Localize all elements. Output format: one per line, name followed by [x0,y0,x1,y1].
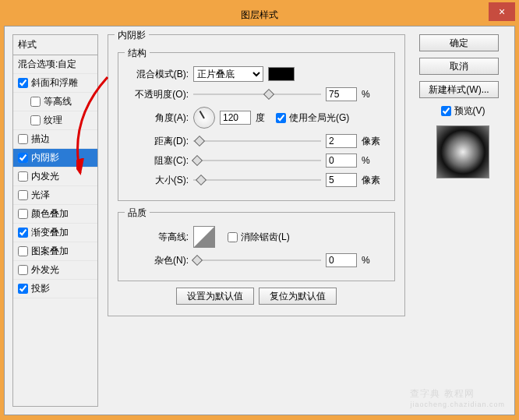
px-unit: 像素 [362,135,385,148]
opacity-input[interactable] [326,87,357,101]
sidebar-item-图案叠加[interactable]: 图案叠加 [13,242,97,261]
sidebar-item-等高线[interactable]: 等高线 [13,93,97,111]
choke-slider[interactable] [193,155,321,166]
choke-label: 阻塞(C): [128,154,189,168]
inner-shadow-panel: 内阴影 结构 混合模式(B): 正片叠底 不透明度(O): % 角度(A): [108,34,405,316]
sidebar-item-颜色叠加[interactable]: 颜色叠加 [13,205,97,224]
px-unit: 像素 [362,174,385,187]
sidebar-item-外发光[interactable]: 外发光 [13,261,97,280]
styles-sidebar: 样式 混合选项:自定 斜面和浮雕等高线纹理描边内阴影内发光光泽颜色叠加渐变叠加图… [12,34,98,407]
pct-unit: % [362,255,385,266]
sidebar-item-投影[interactable]: 投影 [13,280,97,298]
distance-label: 距离(D): [128,135,189,148]
set-default-button[interactable]: 设置为默认值 [176,288,254,305]
opacity-slider[interactable] [193,89,321,100]
distance-slider[interactable] [193,136,321,146]
blendmode-label: 混合模式(B): [128,68,189,81]
pct-unit: % [362,155,385,166]
close-button[interactable]: × [489,2,515,21]
reset-default-button[interactable]: 复位为默认值 [259,288,337,305]
sidebar-item-光泽[interactable]: 光泽 [13,186,97,205]
choke-input[interactable] [326,154,357,168]
structure-legend: 结构 [125,47,150,60]
antialias-checkbox[interactable]: 消除锯齿(L) [228,231,290,244]
angle-input[interactable] [220,111,251,125]
noise-input[interactable] [326,253,357,267]
size-input[interactable] [326,173,357,187]
quality-legend: 品质 [125,206,150,220]
sidebar-item-斜面和浮雕[interactable]: 斜面和浮雕 [13,74,97,93]
preview-checkbox[interactable]: 预览(V) [419,104,507,118]
new-style-button[interactable]: 新建样式(W)... [419,81,499,98]
sidebar-item-描边[interactable]: 描边 [13,130,97,149]
sidebar-item-内发光[interactable]: 内发光 [13,168,97,186]
degree-unit: 度 [256,111,265,125]
distance-input[interactable] [326,134,357,148]
contour-label: 等高线: [128,231,189,244]
sidebar-item-纹理[interactable]: 纹理 [13,111,97,130]
opacity-label: 不透明度(O): [128,88,189,101]
blendmode-select[interactable]: 正片叠底 [193,66,263,82]
dialog-title: 图层样式 [241,9,278,22]
panel-title: 内阴影 [115,29,149,42]
noise-label: 杂色(N): [128,254,189,267]
size-slider[interactable] [193,175,321,185]
sidebar-item-内阴影[interactable]: 内阴影 [13,149,97,168]
preview-swatch [436,125,489,178]
sidebar-item-渐变叠加[interactable]: 渐变叠加 [13,224,97,242]
global-light-checkbox[interactable]: 使用全局光(G) [276,111,349,125]
structure-group: 结构 混合模式(B): 正片叠底 不透明度(O): % 角度(A): 度 [118,52,395,201]
noise-slider[interactable] [193,255,321,266]
quality-group: 品质 等高线: 消除锯齿(L) 杂色(N): % [118,212,395,281]
contour-picker[interactable] [193,226,215,248]
sidebar-blend-options[interactable]: 混合选项:自定 [13,55,97,74]
pct-unit: % [362,89,385,100]
shadow-color-swatch[interactable] [268,67,295,81]
watermark: 查字典 教程网 jiaocheng.chazidian.com [410,386,505,408]
cancel-button[interactable]: 取消 [419,58,499,75]
sidebar-header: 样式 [13,35,97,55]
angle-label: 角度(A): [128,111,189,125]
ok-button[interactable]: 确定 [419,34,499,51]
angle-dial[interactable] [193,107,215,129]
size-label: 大小(S): [128,174,189,187]
